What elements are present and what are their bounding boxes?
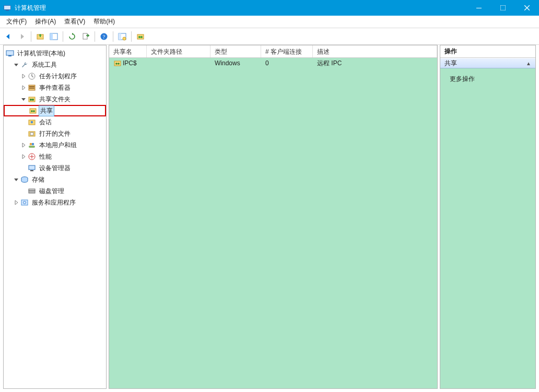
chevron-down-icon[interactable] (13, 62, 19, 68)
tree-label: 设备管理器 (38, 163, 72, 173)
chevron-right-icon[interactable] (20, 85, 27, 91)
maximize-button[interactable] (491, 0, 515, 16)
tree-label: 服务和应用程序 (31, 198, 77, 208)
services-icon (20, 198, 29, 207)
tree-label: 打开的文件 (38, 129, 72, 139)
svg-rect-8 (83, 33, 87, 39)
col-description[interactable]: 描述 (313, 45, 437, 57)
tree-node-sessions[interactable]: 会话 (4, 116, 106, 128)
cell-client-count: 0 (261, 60, 313, 67)
tree-node-local-users[interactable]: 本地用户和组 (4, 139, 106, 151)
svg-rect-41 (29, 189, 35, 191)
menu-help[interactable]: 帮助(H) (89, 16, 119, 28)
list-row[interactable]: IPC$ Windows 0 远程 IPC (109, 58, 437, 68)
tree-node-root[interactable]: 计算机管理(本地) (4, 47, 106, 59)
svg-rect-42 (21, 200, 28, 205)
svg-rect-26 (30, 109, 36, 113)
chevron-right-icon[interactable] (20, 142, 27, 148)
chevron-right-icon[interactable] (20, 73, 27, 79)
twisty-spacer (20, 165, 27, 171)
event-viewer-icon (28, 84, 36, 92)
tree-node-device-mgr[interactable]: 设备管理器 (4, 162, 106, 174)
svg-rect-38 (30, 170, 33, 171)
app-icon (3, 4, 11, 12)
cell-share-name: IPC$ (109, 59, 147, 67)
chevron-right-icon icon[interactable] (13, 199, 19, 206)
disk-mgmt-icon (28, 187, 36, 195)
menu-file[interactable]: 文件(F) (2, 16, 31, 28)
tree-node-open-files[interactable]: 打开的文件 (4, 128, 106, 139)
window-title: 计算机管理 (15, 4, 467, 13)
toolbar-separator (63, 31, 63, 42)
tree-label: 共享文件夹 (38, 94, 72, 104)
tree-node-services-apps[interactable]: 服务和应用程序 (4, 197, 106, 208)
list-body[interactable]: IPC$ Windows 0 远程 IPC (109, 58, 437, 388)
tree-node-shared-folders[interactable]: 共享文件夹 (4, 93, 106, 105)
actions-pane: 操作 共享 ▲ 更多操作 (440, 45, 536, 389)
tree-label: 存储 (31, 175, 45, 185)
tree-node-shares[interactable]: 共享 (4, 105, 106, 116)
titlebar: 计算机管理 (0, 0, 539, 16)
tree-label: 磁盘管理 (38, 186, 65, 196)
menu-view[interactable]: 查看(V) (60, 16, 89, 28)
svg-rect-35 (29, 146, 35, 148)
col-folder-path[interactable]: 文件夹路径 (147, 45, 210, 57)
shares-shortcut-button[interactable] (134, 30, 147, 43)
tree-node-storage[interactable]: 存储 (4, 174, 106, 185)
svg-point-16 (140, 36, 143, 38)
export-button[interactable] (79, 30, 92, 43)
tree-node-event-viewer[interactable]: 事件查看器 (4, 82, 106, 93)
col-type[interactable]: 类型 (210, 45, 261, 57)
chevron-down-icon[interactable] (20, 96, 27, 102)
tree-node-disk-mgmt[interactable]: 磁盘管理 (4, 185, 106, 197)
svg-point-33 (30, 143, 32, 146)
tree-node-system-tools[interactable]: 系统工具 (4, 59, 106, 70)
shares-icon (29, 106, 37, 115)
refresh-button[interactable] (66, 30, 78, 43)
cell-description: 远程 IPC (313, 59, 437, 68)
back-button[interactable] (2, 30, 15, 43)
workspace: 计算机管理(本地) 系统工具 任务计划程序 (3, 45, 536, 389)
tree-label: 任务计划程序 (38, 72, 78, 81)
svg-rect-12 (119, 33, 121, 40)
col-client-count[interactable]: # 客户端连接 (261, 45, 313, 57)
close-button[interactable] (515, 0, 539, 16)
tree-node-task-scheduler[interactable]: 任务计划程序 (4, 70, 106, 82)
chevron-down-icon[interactable] (13, 176, 19, 183)
open-files-icon (28, 129, 36, 138)
tree-label: 系统工具 (31, 60, 58, 70)
shared-folders-icon (28, 95, 36, 103)
svg-rect-37 (29, 165, 35, 170)
performance-icon (28, 152, 36, 161)
menu-action[interactable]: 操作(A) (31, 16, 60, 28)
actions-section-title: 共享 (444, 59, 457, 68)
svg-rect-23 (29, 97, 35, 102)
svg-rect-17 (6, 51, 14, 55)
cell-type: Windows (210, 60, 261, 67)
action-more[interactable]: 更多操作 (440, 73, 535, 86)
svg-rect-18 (8, 55, 11, 56)
actions-section-header[interactable]: 共享 ▲ (440, 58, 535, 68)
up-button[interactable] (34, 30, 46, 43)
tree[interactable]: 计算机管理(本地) 系统工具 任务计划程序 (4, 45, 106, 388)
tree-label: 计算机管理(本地) (16, 49, 66, 58)
new-share-button[interactable] (116, 30, 128, 43)
tree-label: 会话 (38, 117, 53, 127)
list-header: 共享名 文件夹路径 类型 # 客户端连接 描述 (109, 45, 437, 58)
help-button[interactable]: ? (98, 30, 110, 43)
svg-point-30 (31, 121, 33, 123)
minimize-button[interactable] (467, 0, 491, 16)
svg-point-24 (30, 99, 32, 101)
chevron-right-icon[interactable] (20, 153, 27, 160)
chevron-up-icon[interactable]: ▲ (526, 61, 531, 66)
tree-node-performance[interactable]: 性能 (4, 151, 106, 162)
svg-rect-3 (476, 8, 482, 8)
show-hide-tree-button[interactable] (48, 30, 60, 43)
list-pane: 共享名 文件夹路径 类型 # 客户端连接 描述 IPC$ Windows 0 远… (109, 45, 438, 389)
svg-rect-44 (114, 61, 121, 66)
col-share-name[interactable]: 共享名 (109, 45, 147, 57)
svg-rect-14 (137, 34, 144, 39)
forward-button[interactable] (16, 30, 28, 43)
toolbar-separator (31, 31, 31, 42)
toolbar-separator (113, 31, 113, 42)
